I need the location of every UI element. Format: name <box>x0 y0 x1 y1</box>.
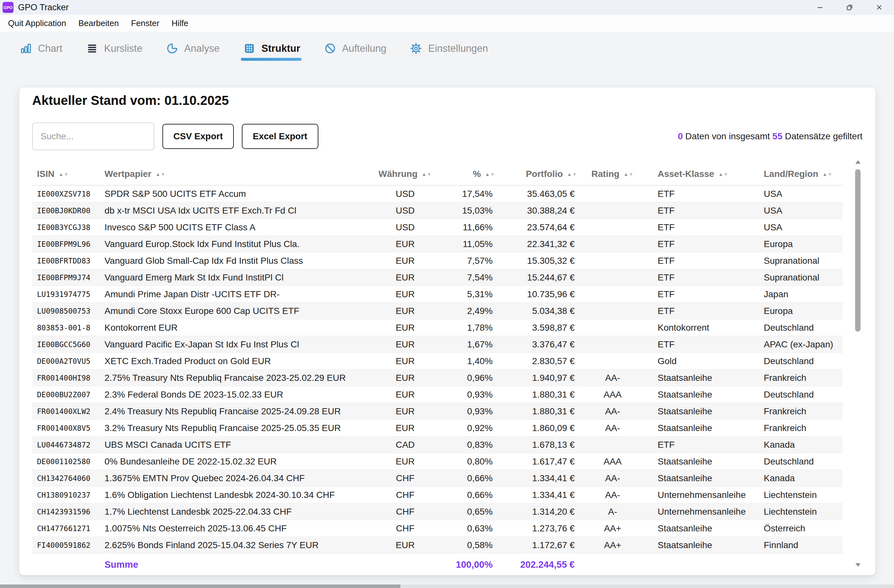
close-button[interactable] <box>864 0 894 15</box>
menu-item-fenster[interactable]: Fenster <box>125 18 165 28</box>
tab-aufteilung[interactable]: Aufteilung <box>324 42 387 61</box>
cell-port: 1.334,41 € <box>495 473 577 484</box>
cell-name: Invesco S&P 500 UCITS ETF Class A <box>100 222 357 233</box>
cell-pct: 7,54% <box>453 272 495 283</box>
tab-chart[interactable]: Chart <box>20 42 62 61</box>
cell-reg: Deutschland <box>754 390 843 400</box>
cell-isin: FR001400HI98 <box>32 374 100 382</box>
column-header-asset-klasse[interactable]: Asset-Klasse▲▼ <box>648 169 754 179</box>
maximize-button[interactable] <box>835 0 864 15</box>
tab-kursliste[interactable]: Kursliste <box>86 42 142 61</box>
excel-export-button[interactable]: Excel Export <box>242 124 319 149</box>
tab-einstellungen[interactable]: Einstellungen <box>410 42 488 61</box>
cell-pct: 0,92% <box>453 423 495 433</box>
menu-item-bearbeiten[interactable]: Bearbeiten <box>72 18 125 28</box>
window-controls <box>805 0 894 15</box>
cell-reg: Japan <box>754 289 843 299</box>
table-row[interactable]: DE000BU2Z0072.3% Federal Bonds DE 2023-1… <box>32 386 843 403</box>
cell-name: Kontokorrent EUR <box>100 323 357 333</box>
cell-asset: Staatsanleihe <box>648 406 754 417</box>
cell-pct: 11,05% <box>453 239 495 249</box>
cell-reg: Frankreich <box>754 406 843 417</box>
table-row[interactable]: IE00BGCC5G60Vanguard Pacific Ex-Japan St… <box>32 336 843 353</box>
cell-port: 1.172,67 € <box>495 540 577 550</box>
cell-reg: Europa <box>754 239 843 249</box>
table-row[interactable]: DE00011025800% Bundesanleihe DE 2022-15.… <box>32 453 843 470</box>
table-row[interactable]: IE00B3YCGJ38Invesco S&P 500 UCITS ETF Cl… <box>32 219 843 236</box>
table-row[interactable]: IE000XZSV718SPDR S&P 500 UCITS ETF Accum… <box>32 186 843 203</box>
cell-pct: 2,49% <box>453 306 495 316</box>
column-label: Wertpapier <box>104 169 151 179</box>
table-row[interactable]: CH13809102371.6% Obligation Liechtenst L… <box>32 487 843 503</box>
table-row[interactable]: 803853-001-8Kontokorrent EUREUR1,78%3.59… <box>32 319 843 336</box>
cell-port: 30.388,24 € <box>495 206 577 216</box>
table-row[interactable]: IE00BFRTDD83Vanguard Glob Small-Cap Idx … <box>32 252 843 269</box>
cell-port: 22.341,32 € <box>495 239 577 249</box>
scrollbar-thumb[interactable] <box>855 169 861 332</box>
cell-asset: ETF <box>648 440 754 450</box>
cell-name: 2.625% Bonds Finland 2025-15.04.32 Serie… <box>100 540 357 550</box>
cell-port: 1.880,31 € <box>495 406 577 417</box>
cell-isin: LU0908500753 <box>32 307 100 315</box>
cell-cur: CHF <box>357 473 453 484</box>
table-row[interactable]: IE00BFPM9J74Vanguard Emerg Mark St Idx F… <box>32 269 843 286</box>
menu-item-quit-application[interactable]: Quit Application <box>2 18 72 28</box>
cell-reg: USA <box>754 189 843 199</box>
column-header-wertpapier[interactable]: Wertpapier▲▼ <box>100 169 357 179</box>
cell-port: 3.376,47 € <box>495 339 577 350</box>
total-count: 55 <box>772 131 782 142</box>
table-row[interactable]: FR001400HI982.75% Treasury Nts Republiq … <box>32 370 843 386</box>
table-row[interactable]: LU0446734872UBS MSCI Canada UCITS ETFCAD… <box>32 437 843 453</box>
cell-cur: EUR <box>357 373 453 383</box>
column-header-w-hrung[interactable]: Währung▲▼ <box>357 169 453 179</box>
scroll-down-icon[interactable] <box>855 563 861 567</box>
cell-cur: EUR <box>357 423 453 433</box>
cell-reg: Frankreich <box>754 423 843 433</box>
table-row[interactable]: IE00BJ0KDR00db x-tr MSCI USA Idx UCITS E… <box>32 203 843 219</box>
table-row[interactable]: DE000A2T0VU5XETC Exch.Traded Product on … <box>32 353 843 370</box>
cell-isin: CH1380910237 <box>32 491 100 499</box>
scroll-up-icon[interactable] <box>855 160 861 164</box>
column-header-rating[interactable]: Rating▲▼ <box>577 169 648 179</box>
tab-struktur[interactable]: Struktur <box>243 42 301 61</box>
table-row[interactable]: LU1931974775Amundi Prime Japan Distr -UC… <box>32 286 843 303</box>
column-header-[interactable]: %▲▼ <box>453 169 495 179</box>
horizontal-scrollbar-thumb[interactable] <box>0 585 400 588</box>
table-row[interactable]: CH14776612711.0075% Nts Oesterreich 2025… <box>32 520 843 537</box>
table-row[interactable]: CH13427640601.3675% EMTN Prov Quebec 202… <box>32 470 843 487</box>
cell-cur: EUR <box>357 406 453 417</box>
table-row[interactable]: CH14239315961.7% Liechtenst Landesbk 202… <box>32 503 843 520</box>
column-header-land-region[interactable]: Land/Region▲▼ <box>754 169 843 179</box>
cell-port: 1.314,20 € <box>495 506 577 517</box>
cell-cur: CHF <box>357 490 453 500</box>
csv-export-button[interactable]: CSV Export <box>162 124 234 149</box>
pie-partial-icon <box>166 42 178 54</box>
cell-pct: 0,63% <box>453 523 495 534</box>
tab-label: Kursliste <box>104 43 142 54</box>
column-header-portfolio[interactable]: Portfolio▲▼ <box>495 169 577 179</box>
cell-reg: Frankreich <box>754 373 843 383</box>
cell-isin: FR001400XLW2 <box>32 407 100 416</box>
table-row[interactable]: LU0908500753Amundi Core Stoxx Europe 600… <box>32 303 843 319</box>
search-input[interactable] <box>32 122 154 150</box>
column-header-isin[interactable]: ISIN▲▼ <box>32 169 100 179</box>
cell-isin: IE00B3YCGJ38 <box>32 223 100 231</box>
cell-port: 10.735,96 € <box>495 289 577 299</box>
cell-asset: ETF <box>648 222 754 233</box>
sort-icons: ▲▼ <box>823 171 833 177</box>
cell-reg: APAC (ex-Japan) <box>754 339 843 350</box>
table-row[interactable]: FR001400XLW22.4% Treasury Nts Republiq F… <box>32 403 843 420</box>
table-row[interactable]: IE00BFPM9L96Vanguard Europ.Stock Idx Fun… <box>32 236 843 252</box>
tab-analyse[interactable]: Analyse <box>166 42 220 61</box>
minimize-button[interactable] <box>805 0 835 15</box>
cell-asset: Staatsanleihe <box>648 473 754 484</box>
column-label: ISIN <box>37 169 54 179</box>
cell-name: UBS MSCI Canada UCITS ETF <box>100 440 357 450</box>
cell-pct: 0,80% <box>453 456 495 467</box>
cell-isin: IE00BJ0KDR00 <box>32 207 100 215</box>
table-row[interactable]: FR001400X8V53.2% Treasury Nts Republiq F… <box>32 420 843 437</box>
menu-item-hilfe[interactable]: Hilfe <box>166 18 195 28</box>
cell-pct: 1,67% <box>453 339 495 350</box>
cell-pct: 0,58% <box>453 540 495 550</box>
table-row[interactable]: FI40005918622.625% Bonds Finland 2025-15… <box>32 537 843 553</box>
